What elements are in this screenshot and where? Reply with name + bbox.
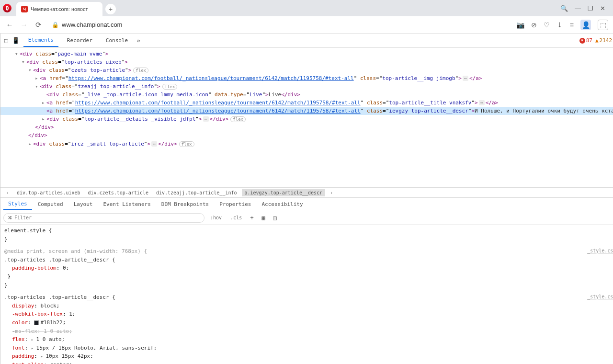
menu-icon[interactable]: ≡ xyxy=(570,21,574,29)
filter-icon: ⤭ xyxy=(8,215,12,221)
browser-tab[interactable]: Ч Чемпионат.com: новост xyxy=(16,2,102,16)
new-rule-icon[interactable]: + xyxy=(248,214,256,222)
more-tabs-icon[interactable]: » xyxy=(136,37,140,44)
tab-title: Чемпионат.com: новост xyxy=(31,6,98,12)
profile-button[interactable]: 👤 xyxy=(580,20,591,30)
tab-elements[interactable]: Elements xyxy=(23,34,58,47)
crumb-next-icon[interactable]: › xyxy=(327,189,336,196)
address-bar: ← → ⟳ 🔒 www.championat.com 📷 ⊘ ♡ ⭳ ≡ 👤 ⬚ xyxy=(0,16,613,34)
lock-icon: 🔒 xyxy=(52,22,59,28)
forward-button[interactable]: → xyxy=(19,20,29,30)
camera-icon[interactable]: 📷 xyxy=(516,21,524,29)
crumb-item-selected[interactable]: a.ievgzy.top-article__descr xyxy=(242,189,326,196)
favicon: Ч xyxy=(21,6,28,12)
crumb-item[interactable]: div.czets.top-article xyxy=(85,189,151,196)
opera-logo xyxy=(3,4,11,12)
cls-button[interactable]: .cls xyxy=(227,214,245,222)
sidebar-toggle-icon[interactable]: ◫ xyxy=(271,214,279,222)
tab-layout[interactable]: Layout xyxy=(69,199,98,209)
styles-tabs: Styles Computed Layout Event Listeners D… xyxy=(0,198,613,211)
tab-console[interactable]: Console xyxy=(101,34,133,46)
back-button[interactable]: ← xyxy=(5,20,14,30)
inspect-icon[interactable]: ⬚ xyxy=(4,37,8,44)
reload-button[interactable]: ⟳ xyxy=(34,20,43,30)
close-icon[interactable]: ✕ xyxy=(600,5,605,12)
devtools: ⬚ 📱 Elements Recorder Console » 87 2142 … xyxy=(0,34,613,364)
tab-accessibility[interactable]: Accessibility xyxy=(257,199,307,209)
new-tab-button[interactable]: + xyxy=(105,4,116,14)
crumb-prev-icon[interactable]: ‹ xyxy=(3,189,12,196)
tab-event-listeners[interactable]: Event Listeners xyxy=(98,199,155,209)
crumb-item[interactable]: div.tzeajj.top-article__info xyxy=(153,189,240,196)
shield-icon[interactable]: ⊘ xyxy=(531,21,537,29)
tab-properties[interactable]: Properties xyxy=(215,199,256,209)
tab-styles[interactable]: Styles xyxy=(3,199,32,210)
breadcrumb[interactable]: ‹ div.top-articles.uixeb div.czets.top-a… xyxy=(0,187,613,198)
heart-icon[interactable]: ♡ xyxy=(544,21,550,29)
search-icon[interactable]: 🔍 xyxy=(560,5,568,12)
tab-computed[interactable]: Computed xyxy=(33,199,68,209)
minimize-icon[interactable]: — xyxy=(575,5,581,12)
warning-count[interactable]: 2142 xyxy=(595,37,612,44)
crumb-item[interactable]: div.top-articles.uixeb xyxy=(14,189,83,196)
tab-recorder[interactable]: Recorder xyxy=(62,34,97,46)
tab-dom-breakpoints[interactable]: DOM Breakpoints xyxy=(157,199,214,209)
devtools-toolbar: ⬚ 📱 Elements Recorder Console » 87 2142 … xyxy=(0,34,613,48)
computed-toggle-icon[interactable]: ▦ xyxy=(259,214,268,222)
maximize-icon[interactable]: ❐ xyxy=(588,5,593,12)
hov-button[interactable]: :hov xyxy=(207,214,225,222)
device-icon[interactable]: 📱 xyxy=(12,37,20,44)
styles-pane[interactable]: element.style { } _style.css?…798928397:… xyxy=(0,225,613,364)
url-text: www.championat.com xyxy=(62,21,122,28)
download-icon[interactable]: ⭳ xyxy=(556,21,563,29)
url-input[interactable]: 🔒 www.championat.com xyxy=(48,19,511,31)
dom-tree[interactable]: ⚲ ▾<div class="page-main vvme"> ▾<div cl… xyxy=(0,48,613,187)
extensions-button[interactable]: ⬚ xyxy=(598,20,608,30)
error-count[interactable]: 87 xyxy=(579,37,592,44)
styles-filter-row: ⤭ :hov .cls + ▦ ◫ xyxy=(0,211,613,225)
tab-bar: Ч Чемпионат.com: новост + 🔍 — ❐ ✕ xyxy=(0,0,613,16)
styles-filter-input[interactable]: ⤭ xyxy=(3,213,204,223)
